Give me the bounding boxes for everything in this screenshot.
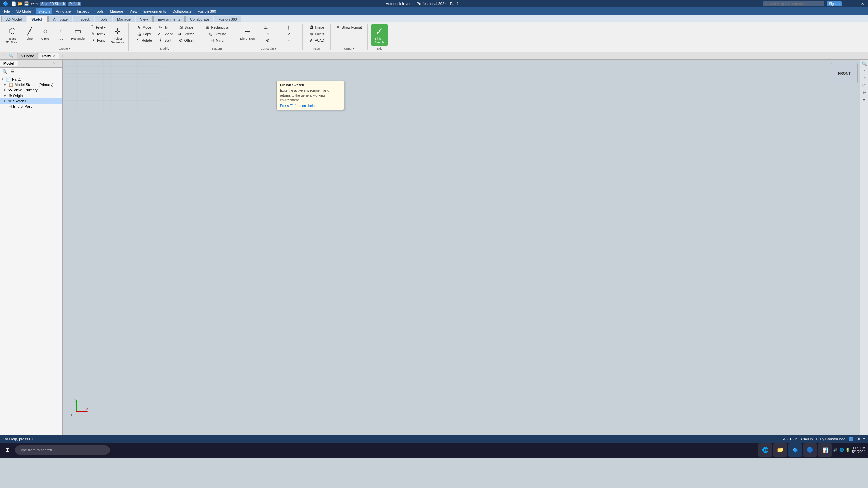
windows-btn[interactable]: ⊞ (1, 444, 14, 456)
close-btn[interactable]: ✕ (860, 2, 865, 6)
redo-btn[interactable]: ↪ (35, 1, 39, 6)
tree-item-view-primary[interactable]: ▶ 👁 View: [Primary] (0, 87, 62, 93)
dimension-btn[interactable]: ↔ Dimension (238, 24, 257, 42)
menu-3dmodel[interactable]: 3D Model (14, 8, 35, 14)
taskbar-chrome-btn[interactable]: 🔵 (803, 443, 817, 457)
menu-fusion360[interactable]: Fusion 360 (195, 8, 219, 14)
menu-view[interactable]: View (126, 8, 140, 14)
new-btn[interactable]: 📄 (11, 1, 16, 6)
panel-tab-close[interactable]: ✕ (51, 61, 57, 66)
move-btn[interactable]: ⇖ Move (134, 24, 154, 30)
constrain-btn6[interactable]: ≈ (278, 37, 299, 43)
status-icon2[interactable]: ≡ (863, 437, 865, 441)
tab-fusion360[interactable]: Fusion 360 (214, 16, 241, 22)
mirror-btn[interactable]: ⊣ Mirror (203, 37, 231, 43)
menu-tools[interactable]: Tools (92, 8, 106, 14)
constrain-btn2[interactable]: ≡ (257, 31, 278, 37)
default-btn[interactable]: Default (68, 2, 81, 6)
extend-btn[interactable]: ⤢ Extend (155, 31, 175, 37)
right-panel-icon3[interactable]: ↗ (861, 75, 867, 81)
new-part-btn[interactable]: Start 2D Sketch (40, 2, 66, 6)
panel-tab-model[interactable]: Model (0, 61, 18, 66)
constrain-btn4[interactable]: ∥ (278, 24, 299, 30)
tab-close-btn[interactable]: ✕ (53, 54, 56, 58)
tree-item-sketch1[interactable]: ▶ ✏ Sketch1 (0, 98, 62, 104)
tab-view[interactable]: View (136, 16, 153, 22)
fillet-btn[interactable]: ⌒ Fillet ▾ (87, 24, 108, 30)
finish-sketch-btn[interactable]: ✓ FinishSketch (371, 24, 388, 46)
tab-home[interactable]: ⌂ Home (17, 53, 38, 59)
status-icon1[interactable]: ⊞ (857, 436, 860, 441)
tree-menu-btn[interactable]: ☰ (9, 68, 16, 75)
taskbar-edge-btn[interactable]: 🌐 (758, 443, 772, 457)
canvas-area[interactable]: 5.000 1 Z X Y FRONT 🔍 ↑ ↗ ⟳ ⊕ (63, 60, 868, 435)
menu-manage[interactable]: Manage (107, 8, 126, 14)
text-btn[interactable]: A Text ▾ (87, 31, 108, 37)
show-format-btn[interactable]: ≡ Show Format (334, 24, 363, 30)
rotate-btn[interactable]: ↻ Rotate (134, 37, 154, 43)
project-geometry-btn[interactable]: ⊹ ProjectGeometry (108, 24, 126, 46)
tree-item-end-of-part[interactable]: ⊣ End of Part (0, 104, 62, 109)
points-btn[interactable]: ⊕ Points (306, 31, 327, 37)
tab-part1[interactable]: Part1 ✕ (39, 53, 60, 59)
point-btn[interactable]: • Point (87, 37, 108, 43)
nav-btn1[interactable]: ⌂ (5, 54, 8, 58)
image-btn[interactable]: 🖼 Image (306, 24, 327, 30)
tab-inspect[interactable]: Inspect (73, 16, 94, 22)
save-btn[interactable]: 💾 (24, 1, 29, 6)
search-help-input[interactable] (763, 1, 824, 6)
circle-btn[interactable]: ○ Circle (38, 24, 53, 42)
constrain-btn5[interactable]: ↗ (278, 31, 299, 37)
nav-btn2[interactable]: 🔍 (9, 54, 14, 58)
view-cube[interactable]: FRONT (831, 63, 858, 83)
stretch-btn[interactable]: ⇔ Stretch (176, 31, 196, 37)
menu-file[interactable]: File (1, 8, 13, 14)
tab-collaborate[interactable]: Collaborate (185, 16, 213, 22)
tab-environments[interactable]: Environments (153, 16, 185, 22)
trim-btn[interactable]: ✂ Trim (155, 24, 175, 30)
tab-manage[interactable]: Manage (113, 16, 135, 22)
constrain-btn1[interactable]: ⊥ ⊥ (257, 24, 278, 30)
menu-collaborate[interactable]: Collaborate (170, 8, 194, 14)
right-panel-icon1[interactable]: 🔍 (861, 61, 867, 67)
split-btn[interactable]: ⌇ Split (155, 37, 175, 43)
tree-item-part1[interactable]: ▼ 📄 Part1 (0, 77, 62, 82)
rectangle-btn[interactable]: ▭ Rectangle (69, 24, 87, 42)
undo-btn[interactable]: ↩ (31, 1, 34, 6)
acad-btn[interactable]: A ACAD (306, 37, 327, 43)
minimize-btn[interactable]: − (844, 2, 849, 6)
taskbar-inventor-btn[interactable]: 🔷 (788, 443, 802, 457)
tab-annotate[interactable]: Annotate (48, 16, 72, 22)
panel-add-btn[interactable]: + (57, 60, 62, 66)
taskbar-search-input[interactable] (15, 445, 110, 455)
line-btn[interactable]: ╱ Line (22, 24, 37, 42)
menu-environments[interactable]: Environments (141, 8, 169, 14)
tab-3dmodel[interactable]: 3D Model (1, 16, 26, 22)
tray-icon3[interactable]: 🔋 (845, 448, 850, 452)
tree-item-origin[interactable]: ▶ ⊕ Origin (0, 93, 62, 98)
right-panel-icon2[interactable]: ↑ (861, 68, 867, 74)
tab-tools[interactable]: Tools (95, 16, 112, 22)
new-tab-btn[interactable]: + (60, 53, 65, 58)
maximize-btn[interactable]: □ (852, 2, 857, 6)
tray-icon2[interactable]: 🌐 (839, 448, 844, 452)
right-panel-icon6[interactable]: ≡ (861, 97, 867, 103)
view-toggle-btn[interactable]: ⊞ (1, 54, 4, 58)
tree-item-model-states[interactable]: ▶ 📋 Model States: [Primary] (0, 82, 62, 87)
tab-sketch[interactable]: Sketch (27, 16, 48, 22)
open-btn[interactable]: 📂 (18, 1, 23, 6)
right-panel-icon5[interactable]: ⊕ (861, 89, 867, 96)
taskbar-explorer-btn[interactable]: 📁 (773, 443, 787, 457)
tray-icon1[interactable]: 🔊 (833, 448, 838, 452)
offset-btn[interactable]: ⊜ Offset (176, 37, 196, 43)
circular-btn[interactable]: ◎ Circular (203, 31, 231, 37)
menu-sketch[interactable]: Sketch (36, 8, 53, 14)
taskbar-app5-btn[interactable]: 📊 (818, 443, 832, 457)
start-2d-sketch-btn[interactable]: ⬡ Start2D Sketch (3, 24, 22, 46)
menu-annotate[interactable]: Annotate (53, 8, 73, 14)
tree-search-btn[interactable]: 🔍 (1, 68, 8, 75)
scale-btn[interactable]: ⇲ Scale (176, 24, 196, 30)
menu-inspect[interactable]: Inspect (74, 8, 92, 14)
sign-in-btn[interactable]: Sign In (827, 1, 842, 6)
rectangular-btn[interactable]: ⊞ Rectangular (203, 24, 231, 30)
